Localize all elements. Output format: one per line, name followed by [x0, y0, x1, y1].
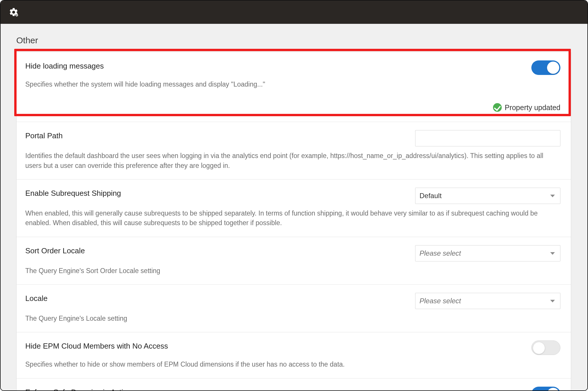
sort-order-locale-label: Sort Order Locale	[25, 245, 85, 255]
sort-order-locale-select[interactable]: Please select	[415, 245, 560, 261]
hide-epm-members-label: Hide EPM Cloud Members with No Access	[25, 340, 168, 351]
property-updated-status: Property updated	[25, 103, 560, 112]
locale-select[interactable]: Please select	[415, 293, 560, 309]
subrequest-shipping-label: Enable Subrequest Shipping	[25, 188, 121, 198]
locale-desc: The Query Engine's Locale setting	[25, 314, 554, 323]
subrequest-shipping-row: Enable Subrequest Shipping Default When …	[17, 179, 571, 237]
chevron-down-icon	[548, 249, 557, 257]
select-placeholder: Please select	[420, 297, 461, 305]
hide-loading-messages-row: Hide loading messages Specifies whether …	[17, 52, 571, 122]
subrequest-shipping-select[interactable]: Default	[415, 188, 560, 204]
hide-loading-messages-toggle[interactable]	[531, 60, 560, 75]
svg-marker-2	[550, 195, 555, 197]
chevron-down-icon	[548, 192, 557, 200]
check-icon	[493, 103, 502, 112]
enforce-safe-domains-row: Enforce Safe Domains in Actions This set…	[17, 378, 571, 390]
locale-row: Locale Please select The Query Engine's …	[17, 284, 571, 332]
locale-label: Locale	[25, 293, 48, 303]
hide-epm-members-desc: Specifies whether to hide or show member…	[25, 360, 554, 369]
svg-marker-4	[550, 300, 555, 302]
hide-epm-members-toggle[interactable]	[531, 340, 560, 355]
portal-path-row: Portal Path Identifies the default dashb…	[17, 122, 571, 179]
select-placeholder: Please select	[420, 249, 461, 257]
app-frame: Other Hide loading messages Specifies wh…	[0, 0, 588, 391]
svg-marker-3	[550, 252, 555, 255]
chevron-down-icon	[548, 297, 557, 305]
select-value: Default	[420, 192, 442, 200]
content-area: Other Hide loading messages Specifies wh…	[1, 24, 587, 390]
section-title: Other	[1, 24, 587, 52]
status-text: Property updated	[505, 103, 560, 112]
settings-panel: Hide loading messages Specifies whether …	[16, 52, 571, 390]
enforce-safe-domains-toggle[interactable]	[531, 387, 560, 390]
settings-gear-icon[interactable]	[9, 7, 19, 17]
subrequest-shipping-desc: When enabled, this will generally cause …	[25, 209, 554, 228]
svg-point-1	[16, 15, 17, 16]
portal-path-desc: Identifies the default dashboard the use…	[25, 151, 560, 171]
top-bar	[1, 1, 587, 24]
portal-path-input[interactable]	[415, 130, 560, 146]
sort-order-locale-desc: The Query Engine's Sort Order Locale set…	[25, 266, 554, 276]
enforce-safe-domains-label: Enforce Safe Domains in Actions	[25, 387, 135, 390]
hide-loading-messages-desc: Specifies whether the system will hide l…	[25, 80, 554, 89]
hide-loading-messages-label: Hide loading messages	[25, 60, 104, 71]
sort-order-locale-row: Sort Order Locale Please select The Quer…	[17, 237, 571, 284]
hide-epm-members-row: Hide EPM Cloud Members with No Access Sp…	[17, 332, 571, 378]
portal-path-label: Portal Path	[25, 130, 63, 140]
